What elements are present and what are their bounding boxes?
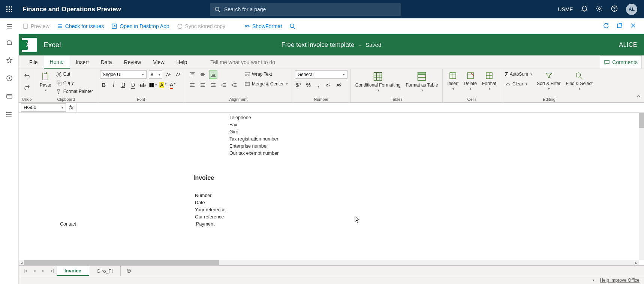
- percent-button[interactable]: %: [305, 82, 312, 88]
- paste-button[interactable]: Paste▾: [38, 70, 53, 93]
- cut-button[interactable]: Cut: [55, 70, 94, 78]
- merge-center-button[interactable]: Merge & Center▾: [244, 80, 289, 88]
- redo-button[interactable]: [23, 83, 31, 91]
- sheet-nav-first-icon[interactable]: |◂: [21, 268, 30, 273]
- tab-help[interactable]: Help: [171, 55, 193, 69]
- increase-decimal-button[interactable]: .0: [324, 81, 332, 89]
- collapse-ribbon-icon[interactable]: [636, 93, 642, 101]
- close-icon[interactable]: [630, 22, 637, 30]
- help-improve-link[interactable]: Help Improve Office: [600, 278, 640, 283]
- align-left-button[interactable]: [188, 81, 196, 89]
- sheet-tab-invoice[interactable]: Invoice: [57, 266, 89, 276]
- sheet-nav-next-icon[interactable]: ▸: [39, 268, 48, 273]
- sort-filter-button[interactable]: Sort & Filter▾: [535, 70, 562, 92]
- check-issues-button[interactable]: Check for issues: [53, 18, 108, 34]
- app-launcher-button[interactable]: [0, 6, 19, 13]
- format-painter-button[interactable]: Format Painter: [55, 88, 94, 95]
- font-color-button[interactable]: A▾: [169, 82, 177, 89]
- worksheet-grid[interactable]: Telephone Fax Giro Tax registration numb…: [19, 112, 644, 265]
- group-label-tables: Tables: [354, 96, 440, 102]
- open-desktop-button[interactable]: Open in Desktop App: [108, 18, 173, 34]
- help-icon[interactable]: [611, 5, 618, 13]
- font-name-select[interactable]: Segoe UI▾: [100, 70, 147, 79]
- find-select-button[interactable]: Find & Select▾: [564, 70, 594, 92]
- global-search-input[interactable]: Search for a page: [210, 3, 401, 16]
- font-size-select[interactable]: 8▾: [149, 70, 162, 79]
- sheet-nav-prev-icon[interactable]: ◂: [30, 268, 39, 273]
- shrink-font-button[interactable]: A▾: [174, 72, 182, 77]
- decrease-indent-button[interactable]: [220, 81, 228, 89]
- modules-icon[interactable]: [6, 111, 13, 119]
- align-top-button[interactable]: [188, 70, 196, 79]
- add-sheet-button[interactable]: ⊕: [123, 267, 134, 274]
- align-middle-button[interactable]: [199, 70, 207, 79]
- align-bottom-button[interactable]: [209, 70, 217, 79]
- format-as-table-button[interactable]: Format as Table▾: [404, 70, 439, 93]
- home-icon[interactable]: [6, 39, 13, 47]
- strikethrough-button[interactable]: ab: [139, 82, 147, 88]
- tab-file[interactable]: File: [23, 55, 44, 69]
- excel-user[interactable]: ALICE: [619, 42, 637, 48]
- sheet-tab-giro[interactable]: Giro_FI: [89, 266, 121, 276]
- align-center-button[interactable]: [199, 81, 207, 89]
- refresh-icon[interactable]: [603, 22, 610, 30]
- tell-me-input[interactable]: Tell me what you want to do: [204, 55, 281, 69]
- popout-icon[interactable]: [616, 22, 623, 30]
- format-cells-button[interactable]: Format▾: [481, 70, 498, 92]
- show-format-button[interactable]: ShowFormat: [240, 18, 286, 34]
- company-selector[interactable]: USMF: [558, 6, 573, 12]
- favorites-icon[interactable]: [6, 57, 13, 65]
- nav-toggle-button[interactable]: [0, 23, 19, 30]
- notifications-icon[interactable]: [581, 5, 588, 13]
- svg-point-13: [614, 10, 615, 10]
- tab-review[interactable]: Review: [118, 55, 147, 69]
- recent-icon[interactable]: [6, 75, 13, 83]
- italic-button[interactable]: I: [110, 82, 117, 88]
- number-format-select[interactable]: General▾: [295, 70, 347, 79]
- comments-button[interactable]: Comments: [600, 55, 642, 69]
- document-title[interactable]: Free text invoice template: [282, 41, 355, 49]
- name-box[interactable]: HG50▾: [21, 103, 66, 112]
- status-dropdown-icon[interactable]: ▾: [593, 278, 595, 282]
- sheet-nav-last-icon[interactable]: ▸|: [48, 268, 57, 273]
- settings-icon[interactable]: [596, 5, 603, 13]
- sync-button[interactable]: Sync stored copy: [173, 18, 229, 34]
- tab-insert[interactable]: Insert: [70, 55, 95, 69]
- formula-input[interactable]: [76, 103, 644, 112]
- grow-font-button[interactable]: A▴: [165, 72, 172, 78]
- vertical-scrollbar[interactable]: [639, 113, 644, 260]
- undo-button[interactable]: [23, 72, 31, 80]
- cell-label: Our reference: [195, 214, 224, 221]
- delete-cells-button[interactable]: Delete▾: [462, 70, 478, 92]
- decrease-decimal-button[interactable]: .00: [335, 81, 343, 89]
- workspaces-icon[interactable]: [6, 93, 13, 101]
- align-right-button[interactable]: [209, 81, 217, 89]
- horizontal-scrollbar[interactable]: ◂▸: [19, 260, 639, 265]
- autosum-button[interactable]: ΣAutoSum▾: [504, 70, 533, 78]
- borders-button[interactable]: ▾: [149, 81, 157, 89]
- underline-button[interactable]: U: [120, 82, 127, 88]
- tab-data[interactable]: Data: [95, 55, 118, 69]
- svg-line-10: [219, 10, 220, 12]
- user-avatar[interactable]: AL: [626, 4, 637, 15]
- fill-color-button[interactable]: A▾: [159, 82, 167, 88]
- svg-rect-3: [6, 9, 7, 10]
- clear-button[interactable]: Clear▾: [504, 80, 533, 88]
- tab-view[interactable]: View: [147, 55, 170, 69]
- bold-button[interactable]: B: [100, 82, 108, 88]
- svg-point-22: [245, 25, 247, 27]
- currency-button[interactable]: $▾: [295, 82, 303, 88]
- toolbar-search-icon[interactable]: [286, 18, 299, 34]
- wrap-text-button[interactable]: Wrap Text: [244, 70, 289, 78]
- copy-button[interactable]: Copy: [55, 79, 94, 87]
- tab-home[interactable]: Home: [44, 55, 70, 69]
- svg-rect-73: [374, 73, 382, 81]
- preview-button[interactable]: Preview: [19, 18, 53, 34]
- fx-icon[interactable]: fx: [66, 105, 76, 111]
- increase-indent-button[interactable]: [230, 81, 238, 89]
- conditional-formatting-button[interactable]: Conditional Formatting▾: [354, 70, 402, 93]
- svg-point-90: [576, 73, 581, 77]
- comma-button[interactable]: ,: [315, 82, 322, 88]
- insert-cells-button[interactable]: Insert▾: [446, 70, 460, 92]
- double-underline-button[interactable]: D: [129, 82, 137, 89]
